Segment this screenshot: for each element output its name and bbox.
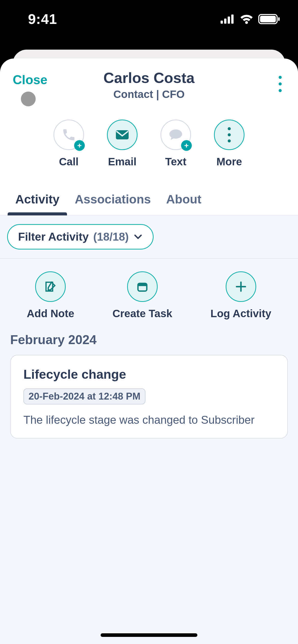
tab-activity[interactable]: Activity <box>15 186 59 215</box>
task-icon <box>136 280 149 293</box>
tab-associations[interactable]: Associations <box>75 186 151 215</box>
plus-badge-icon: + <box>181 140 192 151</box>
status-bar: 9:41 <box>0 0 298 38</box>
phone-icon <box>61 127 76 142</box>
timeline-card-body: The lifecycle stage was changed to Subsc… <box>23 414 275 426</box>
timeline-card-title: Lifecycle change <box>23 367 275 382</box>
svg-rect-1 <box>224 19 226 24</box>
activity-pane: Filter Activity (18/18) Add Note Creat <box>0 215 298 644</box>
contact-subtitle: Contact | CFO <box>0 88 298 100</box>
text-button[interactable]: + Text <box>160 120 191 168</box>
svg-rect-5 <box>260 16 276 22</box>
timeline-card-timestamp: 20-Feb-2024 at 12:48 PM <box>23 388 145 404</box>
avatar <box>21 92 36 106</box>
timeline-month-header: February 2024 <box>0 330 298 355</box>
more-label: More <box>216 156 242 168</box>
svg-rect-9 <box>138 283 147 286</box>
filter-count: (18/18) <box>93 230 129 243</box>
log-activity-label: Log Activity <box>210 308 271 320</box>
wifi-icon <box>240 14 253 24</box>
svg-rect-2 <box>228 17 230 24</box>
quick-actions-row: + Call Email + Text <box>0 120 298 168</box>
timeline-card[interactable]: Lifecycle change 20-Feb-2024 at 12:48 PM… <box>10 355 288 438</box>
filter-row: Filter Activity (18/18) <box>0 215 298 259</box>
cellular-icon <box>221 14 235 24</box>
close-button[interactable]: Close <box>13 72 47 87</box>
add-note-label: Add Note <box>27 308 74 320</box>
call-label: Call <box>59 156 78 168</box>
tab-about[interactable]: About <box>166 186 201 215</box>
tabs: Activity Associations About <box>0 186 298 215</box>
add-note-button[interactable]: Add Note <box>27 271 74 320</box>
battery-icon <box>258 14 280 24</box>
contact-sheet: Close Carlos Costa Contact | CFO + Call … <box>0 58 298 644</box>
chevron-down-icon <box>133 232 143 241</box>
status-icons <box>221 14 280 24</box>
email-button[interactable]: Email <box>107 120 138 168</box>
home-indicator[interactable] <box>101 633 197 637</box>
create-task-label: Create Task <box>112 308 172 320</box>
create-task-button[interactable]: Create Task <box>112 271 172 320</box>
email-label: Email <box>108 156 137 168</box>
activity-actions-row: Add Note Create Task Log Activity <box>0 259 298 330</box>
note-icon <box>44 280 57 293</box>
filter-activity-button[interactable]: Filter Activity (18/18) <box>7 224 154 250</box>
more-dots-icon <box>228 127 231 142</box>
call-button[interactable]: + Call <box>53 120 84 168</box>
more-button[interactable]: More <box>214 120 245 168</box>
svg-rect-0 <box>221 21 223 24</box>
email-icon <box>115 130 129 140</box>
sheet-header: Close Carlos Costa Contact | CFO <box>0 58 298 100</box>
status-time: 9:41 <box>28 11 57 27</box>
svg-rect-3 <box>231 14 234 24</box>
svg-rect-6 <box>278 17 280 21</box>
overflow-menu-button[interactable] <box>275 74 285 94</box>
plus-icon <box>234 280 248 293</box>
filter-label: Filter Activity <box>18 230 89 243</box>
chat-icon <box>169 128 183 141</box>
log-activity-button[interactable]: Log Activity <box>210 271 271 320</box>
text-label: Text <box>165 156 186 168</box>
plus-badge-icon: + <box>74 140 85 151</box>
